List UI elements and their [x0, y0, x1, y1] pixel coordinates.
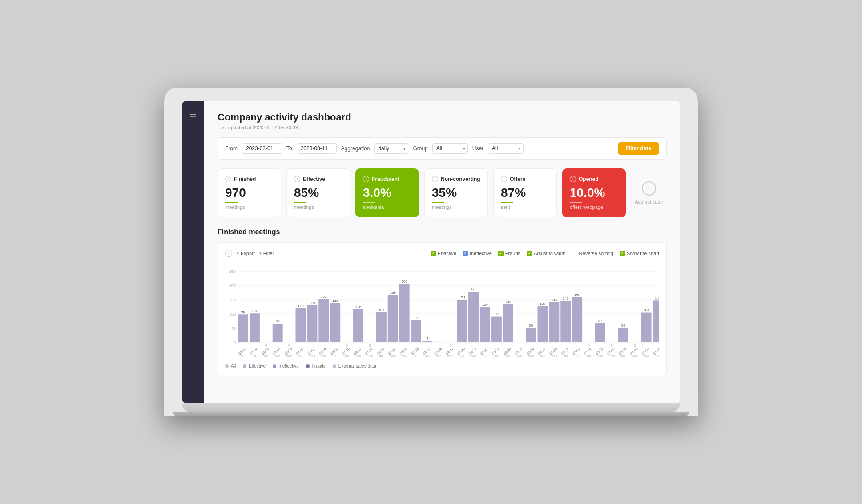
kpi-info-icon-offers[interactable]: i	[501, 176, 507, 182]
filter-button[interactable]: ▾ Filter	[259, 251, 274, 256]
svg-text:130: 130	[309, 301, 315, 305]
user-select[interactable]: All	[488, 143, 524, 154]
checkbox-adjust-width[interactable]: ✓ Adjust to width	[527, 251, 566, 256]
kpi-info-icon-effective[interactable]: i	[294, 176, 300, 182]
svg-text:sat: sat	[345, 354, 349, 357]
svg-rect-42	[330, 303, 340, 342]
svg-text:thu: thu	[564, 354, 568, 357]
svg-text:250: 250	[229, 269, 236, 274]
svg-text:mon: mon	[447, 354, 454, 357]
svg-text:fri: fri	[334, 354, 337, 357]
legend-ineffective: Ineffective	[273, 364, 298, 368]
kpi-value-effective: 85%	[294, 186, 319, 200]
svg-text:98: 98	[241, 310, 245, 314]
svg-text:thu: thu	[322, 354, 326, 357]
kpi-underline-opened	[570, 202, 582, 203]
svg-text:141: 141	[551, 298, 557, 302]
svg-rect-105	[526, 328, 536, 342]
svg-text:mon: mon	[286, 354, 292, 357]
svg-text:wed: wed	[632, 354, 638, 357]
svg-text:sun: sun	[356, 354, 361, 357]
svg-text:138: 138	[332, 299, 338, 303]
kpi-subtitle-effective: meetings	[294, 204, 314, 210]
svg-rect-90	[480, 307, 490, 342]
group-select[interactable]: All	[432, 143, 468, 154]
kpi-value-non-converting: 35%	[432, 186, 457, 200]
svg-text:mon: mon	[528, 354, 534, 357]
svg-text:sat: sat	[587, 354, 591, 357]
svg-rect-135	[618, 328, 628, 342]
svg-text:116: 116	[355, 305, 362, 309]
svg-text:mon: mon	[609, 354, 615, 357]
checkbox-reverse-sorting[interactable]: Reverse sorting	[572, 251, 613, 256]
chart-info-icon[interactable]: i	[225, 250, 232, 257]
svg-rect-34	[307, 305, 317, 342]
kpi-value-finished: 970	[225, 186, 246, 200]
svg-text:166: 166	[390, 291, 396, 295]
kpi-info-icon-non-converting[interactable]: i	[432, 176, 438, 182]
kpi-subtitle-opened: offers webpage	[570, 204, 603, 210]
chart-legend: All Effective Ineffective Frauds	[225, 364, 659, 368]
svg-rect-72	[422, 341, 432, 342]
svg-text:90: 90	[495, 312, 499, 316]
legend-external: External sales data	[333, 364, 376, 368]
svg-text:sat: sat	[264, 354, 268, 357]
svg-text:205: 205	[401, 280, 407, 284]
add-indicator[interactable]: + Add indicator	[631, 168, 667, 217]
kpi-card-non-converting: i Non-converting 35% meetings	[424, 168, 488, 217]
from-input[interactable]	[242, 143, 282, 154]
kpi-underline-finished	[225, 202, 238, 203]
svg-rect-102	[515, 342, 525, 342]
to-input[interactable]	[297, 143, 337, 154]
svg-text:119: 119	[298, 304, 304, 308]
kpi-value-offers: 87%	[501, 186, 526, 200]
svg-text:50: 50	[621, 324, 625, 328]
svg-rect-86	[468, 292, 479, 342]
kpi-title-effective: Effective	[303, 176, 325, 182]
svg-text:104: 104	[643, 308, 649, 312]
chart-checkboxes: ✓ Effective ✓ Ineffective ✓ Frauds	[431, 251, 659, 256]
svg-text:67: 67	[598, 319, 602, 323]
svg-rect-128	[595, 323, 605, 342]
kpi-underline-non-converting	[432, 202, 444, 203]
checkbox-effective[interactable]: ✓ Effective	[431, 251, 456, 256]
svg-text:fri: fri	[495, 354, 498, 357]
kpi-value-opened: 10.0%	[570, 186, 605, 200]
kpi-info-icon-finished[interactable]: i	[225, 176, 231, 182]
svg-rect-64	[399, 284, 410, 342]
checkbox-ineffective[interactable]: ✓ Ineffective	[463, 251, 492, 256]
kpi-underline-fraudulent	[363, 202, 375, 203]
svg-text:50: 50	[231, 326, 236, 331]
filter-bar: From To Aggregation daily weekly monthly…	[218, 137, 667, 160]
svg-text:4: 4	[427, 336, 429, 340]
svg-rect-142	[641, 312, 652, 342]
aggregation-label: Aggregation	[341, 145, 370, 152]
svg-text:150: 150	[459, 295, 465, 299]
checkbox-frauds[interactable]: ✓ Frauds	[498, 251, 520, 256]
checkbox-show-chart[interactable]: ✓ Show the chart	[620, 251, 659, 256]
svg-text:thu: thu	[241, 354, 246, 357]
chart-toolbar: i ▾ Export ▾ Filter	[225, 250, 659, 257]
group-label: Group	[413, 145, 427, 152]
svg-text:sat: sat	[425, 354, 429, 357]
aggregation-select[interactable]: daily weekly monthly	[374, 143, 408, 154]
menu-icon[interactable]: ☰	[189, 110, 197, 120]
svg-text:thu: thu	[644, 354, 649, 357]
export-button[interactable]: ▾ Export	[237, 251, 255, 256]
kpi-info-icon-opened[interactable]: i	[570, 176, 576, 182]
svg-text:tue: tue	[379, 354, 383, 357]
svg-text:146: 146	[655, 296, 659, 300]
kpi-title-offers: Offers	[510, 176, 525, 182]
kpi-row: i Finished 970 meetings i Effective	[218, 168, 667, 217]
kpi-card-offers: i Offers 87% sent	[493, 168, 557, 217]
kpi-title-opened: Opened	[579, 176, 599, 182]
kpi-info-icon-fraudulent[interactable]: i	[363, 176, 369, 182]
svg-rect-56	[376, 312, 387, 342]
svg-text:mon: mon	[367, 354, 373, 357]
svg-text:wed: wed	[309, 354, 315, 357]
filter-data-button[interactable]: Filter data	[618, 142, 659, 155]
svg-text:0: 0	[234, 340, 236, 345]
svg-text:tue: tue	[540, 354, 545, 357]
from-label: From	[225, 145, 238, 152]
legend-all: All	[225, 364, 236, 368]
